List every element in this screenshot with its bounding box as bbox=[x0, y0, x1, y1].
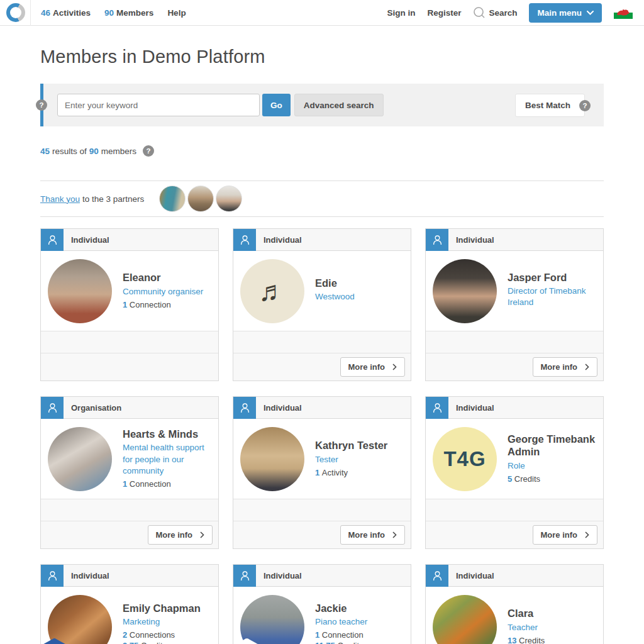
thank-you-link[interactable]: Thank you bbox=[40, 194, 80, 204]
best-match-button[interactable]: Best Match bbox=[515, 94, 585, 117]
member-role-link[interactable]: Role bbox=[508, 460, 596, 472]
card-footer-action-row: More info bbox=[426, 521, 603, 548]
card-header: Individual bbox=[233, 397, 411, 419]
card-type-label: Individual bbox=[264, 235, 302, 245]
more-info-label: More info bbox=[348, 530, 386, 540]
top-nav: 46 Activities 90 Members Help Sign in Re… bbox=[0, 0, 644, 26]
nav-divider bbox=[30, 0, 31, 26]
member-info: Kathryn Tester Tester 1 Activity bbox=[315, 439, 387, 478]
member-avatar[interactable] bbox=[240, 595, 304, 644]
more-info-button[interactable]: More info bbox=[340, 525, 406, 545]
member-role-link[interactable]: Piano teacher bbox=[315, 616, 403, 628]
member-name: Edie bbox=[315, 277, 355, 289]
member-role-link[interactable]: Westwood bbox=[315, 291, 355, 303]
member-role-link[interactable]: Tester bbox=[315, 454, 387, 465]
card-body: Eleanor Community organiser 1 Connection bbox=[41, 251, 218, 331]
member-role-link[interactable]: Mental health support for people in our … bbox=[123, 442, 211, 477]
person-icon bbox=[426, 229, 448, 251]
achievement-badge[interactable]: 2 badges bbox=[235, 638, 295, 644]
member-info: Jasper Ford Director of Timebank Ireland bbox=[508, 271, 596, 311]
member-role-link[interactable]: Director of Timebank Ireland bbox=[508, 286, 596, 308]
member-name: Hearts & Minds bbox=[123, 428, 211, 440]
partner-avatar[interactable] bbox=[159, 186, 186, 212]
avatar-wrap: ♬ bbox=[240, 259, 304, 323]
keyword-input[interactable] bbox=[57, 94, 260, 116]
member-info: Clara Teacher 13 Credits bbox=[508, 607, 545, 644]
nav-activities[interactable]: 46 Activities bbox=[41, 8, 91, 18]
card-footer-row bbox=[426, 331, 603, 353]
nav-search[interactable]: Search bbox=[473, 6, 517, 19]
divider bbox=[40, 216, 604, 217]
member-avatar[interactable] bbox=[240, 427, 304, 491]
member-card: Organisation Hearts & Minds Mental healt… bbox=[40, 396, 219, 549]
member-name: Clara bbox=[508, 607, 545, 619]
card-header: Individual bbox=[41, 565, 218, 587]
chevron-right-icon bbox=[200, 531, 204, 538]
card-body: ♬ Edie Westwood bbox=[233, 251, 411, 331]
partner-avatar[interactable] bbox=[216, 186, 242, 212]
sign-in-link[interactable]: Sign in bbox=[387, 8, 415, 18]
member-name: Eleanor bbox=[123, 271, 203, 284]
member-name: Emily Chapman bbox=[123, 602, 211, 614]
person-icon bbox=[41, 565, 64, 587]
main-menu-button[interactable]: Main menu bbox=[529, 3, 602, 23]
member-stats: 1 Connection bbox=[123, 300, 203, 311]
avatar-wrap bbox=[48, 259, 112, 323]
member-avatar[interactable] bbox=[433, 595, 497, 644]
more-info-label: More info bbox=[541, 362, 578, 372]
nav-help[interactable]: Help bbox=[167, 8, 186, 18]
card-footer-row bbox=[426, 499, 603, 521]
person-icon bbox=[233, 565, 256, 587]
member-info: Hearts & Minds Mental health support for… bbox=[123, 428, 211, 490]
card-footer-action-row: More info bbox=[233, 521, 411, 548]
music-note-icon: ♬ bbox=[258, 277, 286, 305]
member-avatar[interactable] bbox=[48, 427, 112, 491]
more-info-button[interactable]: More info bbox=[533, 525, 598, 545]
partners-row: Thank you to the 3 partners bbox=[40, 181, 604, 216]
chevron-right-icon bbox=[392, 531, 397, 538]
card-footer-row bbox=[41, 499, 218, 521]
more-info-label: More info bbox=[348, 362, 386, 372]
avatar-wrap: T4G bbox=[433, 427, 497, 491]
member-role-link[interactable]: Teacher bbox=[508, 622, 545, 633]
person-icon bbox=[41, 229, 64, 251]
platform-logo-icon[interactable] bbox=[6, 3, 25, 22]
card-body: Hearts & Minds Mental health support for… bbox=[41, 419, 218, 499]
partner-avatar[interactable] bbox=[187, 186, 214, 212]
nav-members[interactable]: 90 Members bbox=[104, 8, 153, 18]
member-card: Individual Clara Teacher 13 Credits bbox=[425, 564, 604, 644]
member-stats: 1 Connection bbox=[123, 479, 211, 490]
card-type-label: Individual bbox=[456, 571, 494, 580]
card-header: Individual bbox=[426, 229, 603, 251]
card-body: Kathryn Tester Tester 1 Activity bbox=[233, 419, 411, 499]
go-button[interactable]: Go bbox=[262, 94, 291, 116]
card-type-label: Individual bbox=[264, 571, 302, 580]
welsh-flag-icon[interactable] bbox=[614, 6, 633, 19]
more-info-button[interactable]: More info bbox=[340, 357, 406, 377]
member-avatar[interactable] bbox=[48, 259, 112, 323]
avatar-wrap bbox=[433, 259, 497, 323]
card-header: Individual bbox=[233, 565, 411, 587]
card-type-label: Individual bbox=[71, 235, 109, 245]
results-help-icon[interactable]: ? bbox=[143, 145, 154, 157]
member-avatar[interactable]: ♬ bbox=[240, 259, 304, 323]
member-avatar[interactable] bbox=[48, 595, 112, 644]
member-avatar[interactable] bbox=[433, 259, 497, 323]
sort-help-icon[interactable]: ? bbox=[579, 100, 591, 111]
member-name: Kathryn Tester bbox=[315, 439, 387, 452]
member-card: Individual Eleanor Community organiser 1… bbox=[40, 228, 219, 381]
advanced-search-button[interactable]: Advanced search bbox=[294, 94, 384, 116]
achievement-badge[interactable] bbox=[43, 638, 66, 644]
member-avatar[interactable]: T4G bbox=[433, 427, 497, 491]
more-info-button[interactable]: More info bbox=[148, 525, 213, 545]
card-type-label: Individual bbox=[71, 571, 109, 580]
register-link[interactable]: Register bbox=[427, 8, 461, 18]
search-help-icon[interactable]: ? bbox=[36, 99, 47, 111]
card-body: T4G George Timebank Admin Role 5 Credits bbox=[426, 419, 603, 499]
member-role-link[interactable]: Community organiser bbox=[123, 286, 203, 297]
card-body: Jasper Ford Director of Timebank Ireland bbox=[426, 251, 603, 331]
card-footer-action-row: More info bbox=[426, 353, 603, 380]
member-role-link[interactable]: Marketing bbox=[123, 616, 211, 628]
card-header: Organisation bbox=[41, 397, 218, 419]
more-info-button[interactable]: More info bbox=[533, 357, 598, 377]
